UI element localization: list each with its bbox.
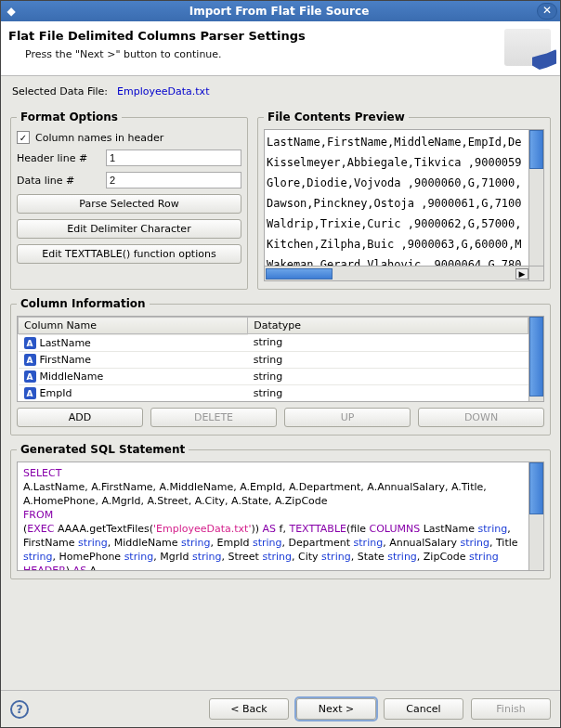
dataline-label: Data line # (17, 175, 100, 187)
column-info-group: Column Information Column Name Datatype … (10, 297, 551, 436)
scroll-right-icon[interactable]: ▶ (515, 268, 528, 280)
finish-button[interactable]: Finish (471, 698, 551, 720)
table-row[interactable]: AFirstNamestring (19, 351, 528, 368)
colnames-label: Column names in header (35, 132, 163, 144)
sql-group: Generated SQL Statement SELECT A.LastNam… (10, 443, 551, 579)
scroll-thumb[interactable] (529, 130, 543, 169)
file-preview-group: File Contents Preview LastName,FirstName… (257, 110, 551, 290)
table-row[interactable]: AMiddleNamestring (19, 368, 528, 384)
attribute-icon: A (24, 370, 36, 383)
titlebar[interactable]: ◆ Import From Flat File Source ✕ (1, 1, 560, 21)
help-icon[interactable]: ? (10, 700, 29, 719)
down-column-button[interactable]: DOWN (418, 408, 544, 427)
preview-hscrollbar[interactable]: ▶ (264, 266, 529, 281)
edit-texttable-button[interactable]: Edit TEXTTABLE() function options (17, 244, 241, 264)
dataline-input[interactable] (106, 172, 241, 188)
dialog-window: ◆ Import From Flat File Source ✕ Flat Fi… (0, 0, 561, 728)
attribute-icon: A (24, 354, 36, 366)
table-row[interactable]: AEmpIdstring (19, 384, 528, 401)
wizard-logo (504, 29, 551, 66)
format-options-legend: Format Options (17, 110, 122, 124)
sql-vscrollbar[interactable] (529, 462, 544, 571)
add-column-button[interactable]: ADD (17, 408, 143, 427)
scroll-corner (529, 266, 544, 281)
column-info-legend: Column Information (17, 297, 150, 310)
file-preview-text[interactable]: LastName,FirstName,MiddleName,EmpId,DeKi… (264, 129, 529, 266)
cancel-button[interactable]: Cancel (384, 698, 463, 720)
preview-line: Dawson,Pinckney,Ostoja ,9000061,G,7100 (267, 193, 527, 214)
headerline-input[interactable] (106, 150, 241, 166)
attribute-icon: A (24, 387, 36, 399)
page-desc: Press the "Next >" button to continue. (25, 48, 504, 60)
attribute-icon: A (24, 337, 36, 349)
back-button[interactable]: < Back (209, 698, 289, 720)
column-vscrollbar[interactable] (528, 317, 543, 401)
preview-line: Wakeman,Gerard,Vlahovic ,9000064,G,780 (267, 254, 527, 266)
sql-legend: Generated SQL Statement (17, 443, 189, 456)
delete-column-button[interactable]: DELETE (150, 408, 277, 427)
scroll-thumb[interactable] (529, 462, 543, 514)
preview-line: Waldrip,Trixie,Curic ,9000062,G,57000, (267, 214, 527, 234)
col-header-name[interactable]: Column Name (19, 318, 248, 334)
col-header-type[interactable]: Datatype (248, 318, 528, 334)
column-type: string (248, 368, 528, 384)
close-icon[interactable]: ✕ (537, 3, 557, 20)
parse-row-button[interactable]: Parse Selected Row (17, 194, 241, 214)
preview-line: Glore,Diodie,Vojvoda ,9000060,G,71000, (267, 173, 527, 193)
edit-delimiter-button[interactable]: Edit Delimiter Character (17, 219, 241, 239)
column-name: LastName (40, 337, 91, 349)
selected-file-row: Selected Data File: EmployeeData.txt (12, 85, 551, 98)
page-header: Flat File Delimited Columns Parser Setti… (1, 21, 560, 76)
preview-line: Kisselmeyer,Abbiegale,Tikvica ,9000059 (267, 152, 527, 173)
selected-file-label: Selected Data File: (12, 85, 108, 98)
preview-line: LastName,FirstName,MiddleName,EmpId,De (267, 132, 527, 152)
page-title: Flat File Delimited Columns Parser Setti… (8, 29, 504, 43)
table-row[interactable]: ALastNamestring (19, 334, 528, 352)
column-name: MiddleName (40, 370, 104, 383)
up-column-button[interactable]: UP (284, 408, 411, 427)
column-type: string (248, 334, 528, 352)
next-button[interactable]: Next > (296, 698, 376, 720)
column-name: FirstName (40, 354, 92, 366)
format-options-group: Format Options ✓ Column names in header … (10, 110, 248, 290)
window-title: Import From Flat File Source (21, 5, 537, 18)
column-name: EmpId (40, 387, 72, 399)
file-preview-legend: File Contents Preview (264, 110, 409, 124)
sql-text[interactable]: SELECT A.LastName, A.FirstName, A.Middle… (17, 462, 529, 571)
scroll-thumb[interactable] (529, 317, 543, 396)
colnames-checkbox[interactable]: ✓ (17, 131, 30, 144)
preview-line: Kitchen,Zilpha,Buic ,9000063,G,60000,M (267, 234, 527, 254)
window-icon: ◆ (1, 5, 21, 18)
scroll-thumb[interactable] (266, 268, 333, 280)
column-type: string (248, 384, 528, 401)
wizard-footer: ? < Back Next > Cancel Finish (1, 690, 560, 727)
preview-vscrollbar[interactable] (529, 129, 544, 266)
headerline-label: Header line # (17, 152, 100, 164)
column-table[interactable]: Column Name Datatype ALastNamestringAFir… (18, 317, 528, 401)
column-type: string (248, 351, 528, 368)
selected-file-value: EmployeeData.txt (117, 85, 209, 98)
